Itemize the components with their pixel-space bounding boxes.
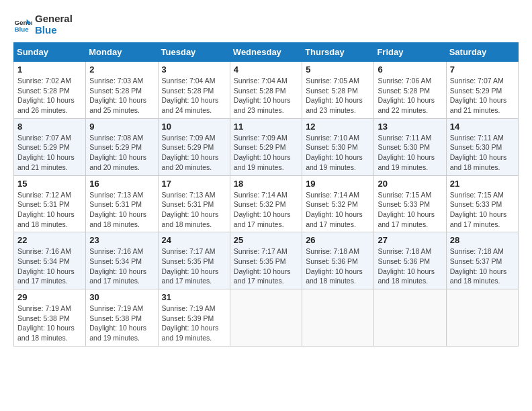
day-number: 8: [17, 122, 82, 132]
day-number: 30: [89, 292, 154, 302]
day-number: 22: [17, 235, 82, 245]
day-info: Sunrise: 7:06 AM Sunset: 5:28 PM Dayligh…: [378, 76, 442, 116]
calendar-cell: 3Sunrise: 7:04 AM Sunset: 5:28 PM Daylig…: [158, 62, 230, 119]
calendar-cell: [230, 289, 302, 347]
calendar-cell: 24Sunrise: 7:17 AM Sunset: 5:35 PM Dayli…: [158, 232, 230, 289]
calendar-cell: 14Sunrise: 7:11 AM Sunset: 5:30 PM Dayli…: [446, 118, 518, 175]
day-number: 3: [162, 64, 226, 75]
calendar-cell: 8Sunrise: 7:07 AM Sunset: 5:29 PM Daylig…: [14, 118, 86, 175]
calendar-cell: 9Sunrise: 7:08 AM Sunset: 5:29 PM Daylig…: [86, 118, 158, 175]
header-friday: Friday: [374, 43, 446, 62]
day-number: 28: [450, 235, 515, 245]
header-wednesday: Wednesday: [230, 43, 302, 62]
day-info: Sunrise: 7:05 AM Sunset: 5:28 PM Dayligh…: [306, 76, 370, 116]
calendar-cell: 12Sunrise: 7:10 AM Sunset: 5:30 PM Dayli…: [302, 118, 374, 175]
day-info: Sunrise: 7:15 AM Sunset: 5:33 PM Dayligh…: [378, 190, 442, 230]
calendar-cell: 23Sunrise: 7:16 AM Sunset: 5:34 PM Dayli…: [86, 232, 158, 289]
calendar-cell: 10Sunrise: 7:09 AM Sunset: 5:29 PM Dayli…: [158, 118, 230, 175]
day-number: 19: [306, 179, 370, 189]
day-number: 18: [234, 179, 298, 189]
calendar-cell: 31Sunrise: 7:19 AM Sunset: 5:39 PM Dayli…: [158, 289, 230, 347]
day-number: 11: [234, 122, 298, 132]
day-number: 13: [378, 122, 442, 132]
day-info: Sunrise: 7:04 AM Sunset: 5:28 PM Dayligh…: [162, 76, 226, 116]
day-number: 17: [162, 179, 226, 189]
day-info: Sunrise: 7:03 AM Sunset: 5:28 PM Dayligh…: [89, 76, 154, 116]
calendar-cell: 26Sunrise: 7:18 AM Sunset: 5:36 PM Dayli…: [302, 232, 374, 289]
day-info: Sunrise: 7:13 AM Sunset: 5:31 PM Dayligh…: [162, 190, 226, 230]
day-info: Sunrise: 7:02 AM Sunset: 5:28 PM Dayligh…: [17, 76, 82, 116]
calendar-cell: 19Sunrise: 7:14 AM Sunset: 5:32 PM Dayli…: [302, 175, 374, 232]
svg-text:Blue: Blue: [14, 25, 29, 32]
header-monday: Monday: [86, 43, 158, 62]
day-number: 20: [378, 179, 442, 189]
day-number: 15: [17, 179, 82, 189]
day-number: 12: [306, 122, 370, 132]
day-number: 5: [306, 64, 370, 75]
calendar-week-row: 29Sunrise: 7:19 AM Sunset: 5:38 PM Dayli…: [14, 289, 519, 347]
day-info: Sunrise: 7:09 AM Sunset: 5:29 PM Dayligh…: [234, 133, 298, 173]
day-info: Sunrise: 7:13 AM Sunset: 5:31 PM Dayligh…: [89, 190, 154, 230]
day-number: 2: [89, 64, 154, 75]
logo: General Blue General Blue: [13, 13, 73, 36]
calendar-cell: [446, 289, 518, 347]
calendar-cell: 1Sunrise: 7:02 AM Sunset: 5:28 PM Daylig…: [14, 62, 86, 119]
day-info: Sunrise: 7:18 AM Sunset: 5:36 PM Dayligh…: [378, 246, 442, 286]
header-sunday: Sunday: [14, 43, 86, 62]
day-number: 25: [234, 235, 298, 245]
day-info: Sunrise: 7:08 AM Sunset: 5:29 PM Dayligh…: [89, 133, 154, 173]
day-info: Sunrise: 7:18 AM Sunset: 5:36 PM Dayligh…: [306, 246, 370, 286]
header-tuesday: Tuesday: [158, 43, 230, 62]
calendar-cell: 17Sunrise: 7:13 AM Sunset: 5:31 PM Dayli…: [158, 175, 230, 232]
day-info: Sunrise: 7:19 AM Sunset: 5:38 PM Dayligh…: [17, 304, 82, 343]
calendar-cell: 25Sunrise: 7:17 AM Sunset: 5:35 PM Dayli…: [230, 232, 302, 289]
day-info: Sunrise: 7:10 AM Sunset: 5:30 PM Dayligh…: [306, 133, 370, 173]
header-saturday: Saturday: [446, 43, 518, 62]
calendar-week-row: 22Sunrise: 7:16 AM Sunset: 5:34 PM Dayli…: [14, 232, 519, 289]
day-number: 31: [162, 292, 226, 302]
day-number: 10: [162, 122, 226, 132]
day-number: 16: [89, 179, 154, 189]
day-number: 4: [234, 64, 298, 75]
calendar-cell: 2Sunrise: 7:03 AM Sunset: 5:28 PM Daylig…: [86, 62, 158, 119]
day-info: Sunrise: 7:19 AM Sunset: 5:38 PM Dayligh…: [89, 304, 154, 343]
calendar-cell: 11Sunrise: 7:09 AM Sunset: 5:29 PM Dayli…: [230, 118, 302, 175]
calendar-cell: 15Sunrise: 7:12 AM Sunset: 5:31 PM Dayli…: [14, 175, 86, 232]
day-info: Sunrise: 7:19 AM Sunset: 5:39 PM Dayligh…: [162, 304, 226, 343]
calendar-cell: 4Sunrise: 7:04 AM Sunset: 5:28 PM Daylig…: [230, 62, 302, 119]
day-info: Sunrise: 7:11 AM Sunset: 5:30 PM Dayligh…: [450, 133, 515, 173]
calendar-week-row: 15Sunrise: 7:12 AM Sunset: 5:31 PM Dayli…: [14, 175, 519, 232]
header-thursday: Thursday: [302, 43, 374, 62]
day-number: 6: [378, 64, 442, 75]
day-info: Sunrise: 7:16 AM Sunset: 5:34 PM Dayligh…: [17, 246, 82, 286]
calendar-cell: [302, 289, 374, 347]
calendar-cell: [374, 289, 446, 347]
calendar-cell: 7Sunrise: 7:07 AM Sunset: 5:29 PM Daylig…: [446, 62, 518, 119]
calendar-cell: 29Sunrise: 7:19 AM Sunset: 5:38 PM Dayli…: [14, 289, 86, 347]
day-number: 23: [89, 235, 154, 245]
page-header: General Blue General Blue: [13, 13, 519, 36]
day-number: 29: [17, 292, 82, 302]
day-info: Sunrise: 7:07 AM Sunset: 5:29 PM Dayligh…: [17, 133, 82, 173]
day-info: Sunrise: 7:16 AM Sunset: 5:34 PM Dayligh…: [89, 246, 154, 286]
calendar-table: SundayMondayTuesdayWednesdayThursdayFrid…: [13, 42, 519, 347]
calendar-cell: 22Sunrise: 7:16 AM Sunset: 5:34 PM Dayli…: [14, 232, 86, 289]
day-number: 1: [17, 64, 82, 75]
calendar-cell: 16Sunrise: 7:13 AM Sunset: 5:31 PM Dayli…: [86, 175, 158, 232]
day-number: 24: [162, 235, 226, 245]
calendar-header-row: SundayMondayTuesdayWednesdayThursdayFrid…: [14, 43, 519, 62]
calendar-cell: 20Sunrise: 7:15 AM Sunset: 5:33 PM Dayli…: [374, 175, 446, 232]
day-info: Sunrise: 7:17 AM Sunset: 5:35 PM Dayligh…: [234, 246, 298, 286]
day-info: Sunrise: 7:04 AM Sunset: 5:28 PM Dayligh…: [234, 76, 298, 116]
calendar-cell: 28Sunrise: 7:18 AM Sunset: 5:37 PM Dayli…: [446, 232, 518, 289]
calendar-cell: 21Sunrise: 7:15 AM Sunset: 5:33 PM Dayli…: [446, 175, 518, 232]
logo-text-general: General: [35, 13, 73, 25]
calendar-cell: 18Sunrise: 7:14 AM Sunset: 5:32 PM Dayli…: [230, 175, 302, 232]
day-number: 9: [89, 122, 154, 132]
day-info: Sunrise: 7:07 AM Sunset: 5:29 PM Dayligh…: [450, 76, 515, 116]
day-info: Sunrise: 7:18 AM Sunset: 5:37 PM Dayligh…: [450, 246, 515, 286]
calendar-cell: 30Sunrise: 7:19 AM Sunset: 5:38 PM Dayli…: [86, 289, 158, 347]
day-info: Sunrise: 7:09 AM Sunset: 5:29 PM Dayligh…: [162, 133, 226, 173]
calendar-cell: 5Sunrise: 7:05 AM Sunset: 5:28 PM Daylig…: [302, 62, 374, 119]
day-number: 27: [378, 235, 442, 245]
